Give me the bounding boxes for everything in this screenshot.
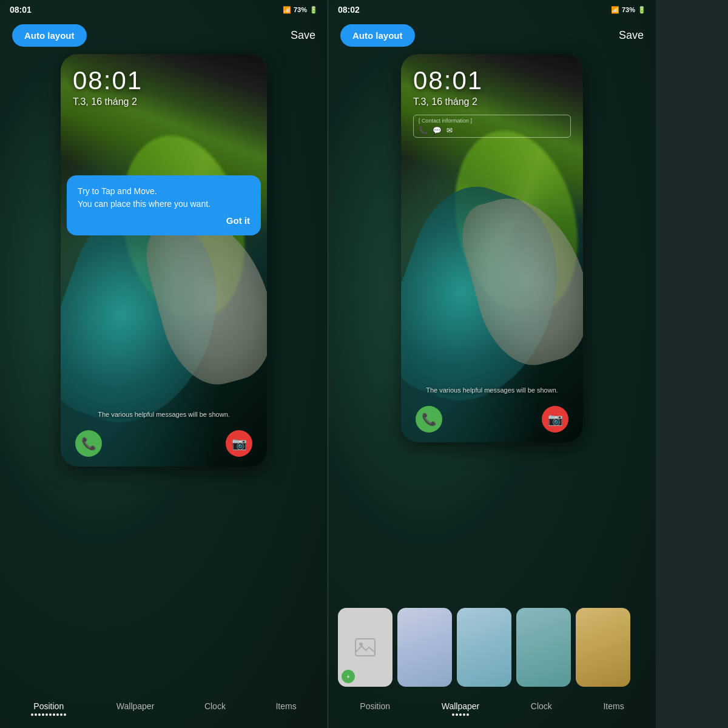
tooltip-got-it-button[interactable]: Got it [78,215,250,226]
tooltip-bubble: Try to Tap and Move. You can place this … [67,175,261,235]
right-phone-dock: 📞 📷 [401,406,583,433]
left-status-icons: 📶 73% 🔋 [283,6,318,14]
image-placeholder-icon [354,636,376,658]
contact-label: [ Contact information ] [419,118,565,124]
message-icon: 💬 [433,126,442,135]
right-nav-position-label: Position [360,701,390,711]
tooltip-text: Try to Tap and Move. You can place this … [78,185,250,211]
left-phone-dock: 📞 📷 [61,430,267,457]
right-phone-date: T.3, 16 tháng 2 [413,96,571,107]
contact-icons-row: 📞 💬 ✉ [419,126,565,135]
right-status-icons: 📶 73% 🔋 [611,6,646,14]
right-clock-area: 08:01 T.3, 16 tháng 2 [401,54,583,112]
right-nav-items-label: Items [603,701,624,711]
right-nav-items[interactable]: Items [603,701,624,716]
left-nav-wallpaper-label: Wallpaper [116,701,155,711]
right-nav-wallpaper[interactable]: Wallpaper [442,701,480,716]
right-nav-clock-label: Clock [531,701,552,711]
wallpaper-strip: + [328,601,656,694]
left-top-bar: Auto layout Save [0,19,328,54]
left-bottom-message: The various helpful messages will be sho… [61,411,267,418]
right-auto-layout-button[interactable]: Auto layout [340,24,415,47]
wallpaper-thumb-placeholder[interactable]: + [338,608,393,687]
left-auto-layout-button[interactable]: Auto layout [12,24,87,47]
right-bottom-nav: Position Wallpaper Clock Items [328,694,656,728]
right-status-time: 08:02 [338,5,360,15]
right-camera-icon: 📷 [542,406,568,433]
left-status-bar: 08:01 📶 73% 🔋 [0,0,328,19]
left-bottom-nav: Position Wallpaper Clock Items [0,694,328,728]
right-nav-wallpaper-dots [452,713,469,716]
right-nav-position[interactable]: Position [360,701,390,716]
left-nav-items[interactable]: Items [275,701,296,716]
left-nav-wallpaper[interactable]: Wallpaper [116,701,155,716]
left-save-button[interactable]: Save [291,29,315,42]
right-phone-content: 08:01 T.3, 16 tháng 2 [ Contact informat… [401,54,583,442]
placeholder-badge: + [342,670,355,683]
left-nav-position[interactable]: Position [31,701,66,716]
left-phone-preview: 08:01 T.3, 16 tháng 2 Try to Tap and Mov… [0,54,328,694]
email-icon: ✉ [447,126,453,135]
right-status-bar: 08:02 📶 73% 🔋 [328,0,656,19]
left-nav-position-label: Position [33,701,64,711]
wallpaper-thumb-3[interactable] [516,608,571,687]
right-phone-icon: 📞 [416,406,442,433]
left-phone-frame: 08:01 T.3, 16 tháng 2 Try to Tap and Mov… [61,54,267,467]
left-nav-items-label: Items [275,701,296,711]
right-bottom-message: The various helpful messages will be sho… [401,386,583,394]
right-phone-preview: 08:01 T.3, 16 tháng 2 [ Contact informat… [328,54,656,601]
wallpaper-thumb-4[interactable] [576,608,630,687]
right-save-button[interactable]: Save [619,29,644,42]
left-panel: 08:01 📶 73% 🔋 Auto layout Save 08:01 T.3… [0,0,328,728]
left-phone-content: 08:01 T.3, 16 tháng 2 Try to Tap and Mov… [61,54,267,467]
wallpaper-thumb-1[interactable] [397,608,452,687]
right-nav-wallpaper-label: Wallpaper [442,701,480,711]
tooltip-line1: Try to Tap and Move. [78,186,157,196]
call-icon: 📞 [419,126,428,135]
left-status-time: 08:01 [10,5,32,15]
right-nav-clock[interactable]: Clock [531,701,552,716]
left-nav-dots [31,713,66,716]
contact-info-widget: [ Contact information ] 📞 💬 ✉ [413,115,571,138]
left-phone-icon: 📞 [75,430,102,457]
left-clock-area: 08:01 T.3, 16 tháng 2 [61,54,267,112]
right-phone-time: 08:01 [413,66,571,95]
left-nav-clock[interactable]: Clock [204,701,226,716]
wallpaper-thumb-2[interactable] [457,608,511,687]
tooltip-line2: You can place this where you want. [78,199,211,209]
left-phone-time: 08:01 [73,66,255,95]
svg-rect-0 [356,639,375,656]
right-panel: 08:02 📶 73% 🔋 Auto layout Save 08:01 T.3… [328,0,656,728]
left-camera-icon: 📷 [226,430,252,457]
right-top-bar: Auto layout Save [328,19,656,54]
left-phone-date: T.3, 16 tháng 2 [73,96,255,107]
left-nav-clock-label: Clock [204,701,226,711]
svg-point-1 [359,642,363,646]
right-phone-frame: 08:01 T.3, 16 tháng 2 [ Contact informat… [401,54,583,442]
